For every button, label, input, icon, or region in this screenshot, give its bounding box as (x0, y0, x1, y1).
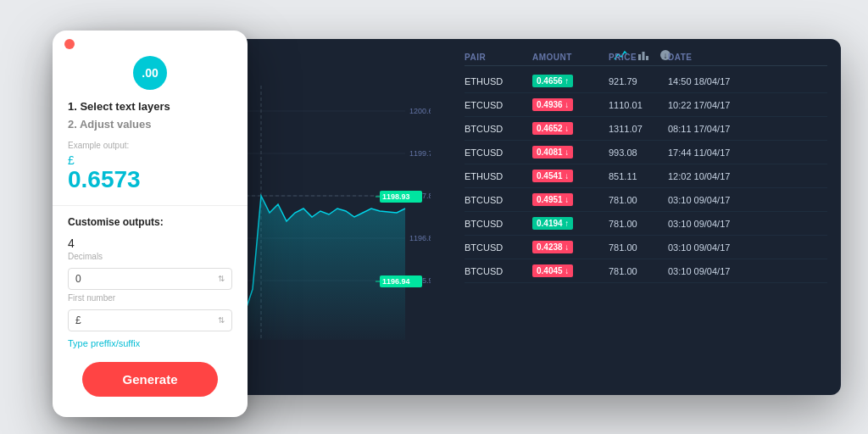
table-row: BTCUSD 0.4238 ↓ 781.00 03:10 09/04/17 (465, 236, 827, 259)
table-row: ETCUSD 0.4081 ↓ 993.08 17:44 11/04/17 (465, 141, 827, 164)
date-cell: 08:11 17/04/17 (668, 124, 744, 134)
decimals-value: 4 (68, 236, 232, 250)
decimals-field-group: 4 Decimals (53, 236, 248, 261)
customise-label: Customise outputs: (53, 216, 248, 228)
prefix-select[interactable]: £ ⇅ (68, 309, 232, 331)
pair-cell: ETHUSD (465, 171, 532, 181)
first-number-label: First number (68, 293, 232, 303)
price-cell: 993.08 (609, 147, 668, 158)
example-output-container: Example output: £ 0.6573 (53, 141, 248, 193)
scene: low: 992.11 USD High: 1119.86 USD 1W 1M … (27, 22, 841, 412)
table-row: BTCUSD 0.4045 ↓ 781.00 03:10 09/04/17 (465, 259, 827, 283)
date-cell: 14:50 18/04/17 (668, 76, 744, 86)
date-cell: 03:10 09/04/17 (668, 219, 744, 229)
step-2-label: 2. Adjust values (53, 118, 248, 131)
pair-cell: BTCUSD (465, 195, 532, 205)
header-price: PRICE (609, 53, 668, 62)
header-pair: PAIR (465, 53, 532, 62)
price-cell: 851.11 (609, 171, 668, 181)
amount-cell: 0.4541 ↓ (532, 170, 609, 182)
table-row: ETCUSD 0.4936 ↓ 1110.01 10:22 17/04/17 (465, 93, 827, 117)
svg-text:1200.69: 1200.69 (409, 107, 431, 115)
generate-button[interactable]: Generate (82, 362, 218, 397)
amount-cell: 0.4951 ↓ (532, 193, 609, 206)
amount-cell: 0.4081 ↓ (532, 146, 609, 159)
select-arrow-icon: ⇅ (218, 274, 225, 283)
date-cell: 03:10 09/04/17 (668, 242, 744, 253)
panel-top-bar (53, 31, 248, 56)
table-row: ETHUSD 0.4541 ↓ 851.11 12:02 10/04/17 (465, 164, 827, 188)
panel-icon: .00 (133, 56, 167, 90)
pair-cell: BTCUSD (465, 124, 532, 134)
table-row: BTCUSD 0.4951 ↓ 781.00 03:10 09/04/17 (465, 188, 827, 212)
pair-cell: ETCUSD (465, 100, 532, 110)
date-cell: 03:10 09/04/17 (668, 266, 744, 276)
amount-cell: 0.4238 ↓ (532, 241, 609, 253)
svg-text:1196.94: 1196.94 (382, 277, 410, 286)
price-cell: 781.00 (609, 242, 668, 253)
svg-text:1198.93: 1198.93 (382, 192, 410, 201)
type-prefix-link[interactable]: Type preffix/suffix (53, 338, 248, 348)
prefix-arrow-icon: ⇅ (218, 315, 225, 325)
header-amount: AMOUNT (532, 53, 609, 62)
trade-table: PAIR AMOUNT PRICE DATE ETHUSD 0.4656 ↑ 9… (451, 39, 841, 395)
prefix-field-group: £ ⇅ (53, 309, 248, 331)
price-cell: 781.00 (609, 195, 668, 205)
price-cell: 1110.01 (609, 100, 668, 110)
panel-icon-label: .00 (142, 66, 158, 80)
amount-cell: 0.4045 ↓ (532, 264, 609, 277)
decimals-label: Decimals (68, 252, 232, 261)
divider (53, 205, 248, 206)
price-cell: 781.00 (609, 219, 668, 229)
header-date: DATE (668, 53, 744, 62)
pair-cell: BTCUSD (465, 266, 532, 276)
close-button[interactable] (64, 39, 75, 49)
pair-cell: BTCUSD (465, 242, 532, 253)
pair-cell: ETHUSD (465, 76, 532, 86)
table-row: BTCUSD 0.4652 ↓ 1311.07 08:11 17/04/17 (465, 117, 827, 141)
amount-cell: 0.4656 ↑ (532, 75, 609, 87)
first-number-select[interactable]: 0 ⇅ (68, 268, 232, 290)
date-cell: 17:44 11/04/17 (668, 147, 744, 158)
date-cell: 03:10 09/04/17 (668, 195, 744, 205)
example-value: 0.6573 (68, 166, 141, 192)
prefix-value: £ (75, 314, 81, 326)
table-header: PAIR AMOUNT PRICE DATE (465, 49, 827, 66)
svg-text:1199.74: 1199.74 (409, 149, 431, 158)
amount-cell: 0.4936 ↓ (532, 98, 609, 111)
example-output-label: Example output: (68, 141, 232, 150)
table-row: ETHUSD 0.4656 ↑ 921.79 14:50 18/04/17 (465, 70, 827, 93)
price-cell: 921.79 (609, 76, 668, 86)
price-cell: 1311.07 (609, 124, 668, 134)
amount-cell: 0.4652 ↓ (532, 122, 609, 135)
price-cell: 781.00 (609, 266, 668, 276)
pair-cell: ETCUSD (465, 147, 532, 158)
amount-cell: 0.4194 ↑ (532, 217, 609, 230)
table-row: BTCUSD 0.4194 ↑ 781.00 03:10 09/04/17 (465, 212, 827, 236)
first-number-field-group: 0 ⇅ First number (53, 268, 248, 303)
pair-cell: BTCUSD (465, 219, 532, 229)
step-1-label: 1. Select text layers (53, 100, 248, 113)
first-number-value: 0 (75, 273, 81, 285)
date-cell: 12:02 10/04/17 (668, 171, 744, 181)
svg-text:1196.89: 1196.89 (409, 234, 431, 242)
date-cell: 10:22 17/04/17 (668, 100, 744, 110)
plugin-panel: .00 1. Select text layers 2. Adjust valu… (53, 31, 248, 417)
example-prefix: £ (68, 153, 232, 167)
